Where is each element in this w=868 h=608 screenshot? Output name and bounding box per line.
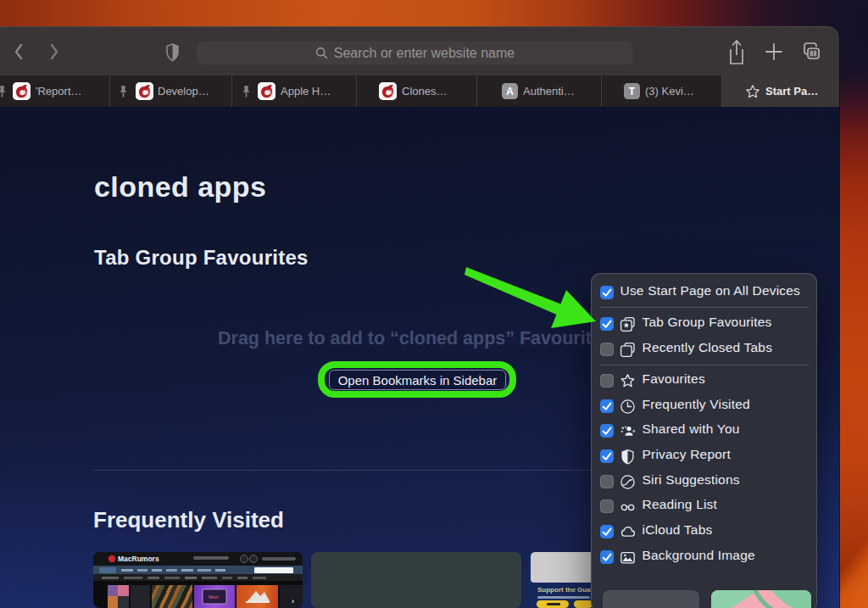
svg-text:MacRumors: MacRumors	[118, 555, 159, 563]
svg-text:Mon: Mon	[209, 594, 219, 600]
